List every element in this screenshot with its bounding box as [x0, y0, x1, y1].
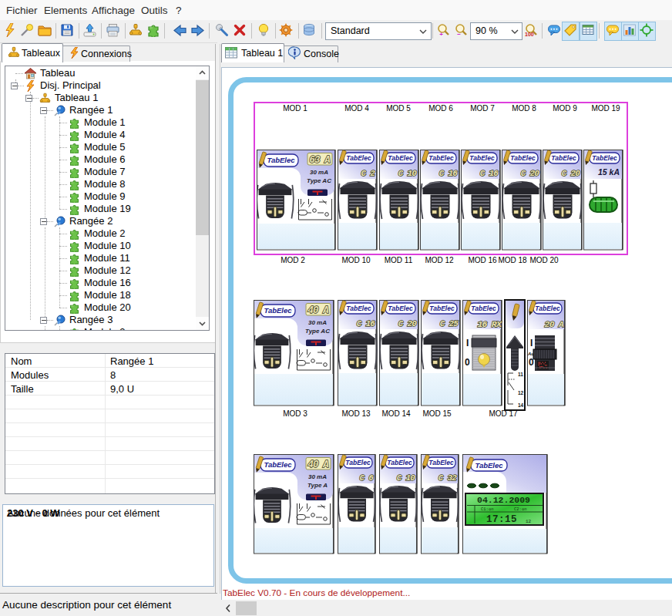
svg-text:TabElec: TabElec [535, 305, 560, 312]
svg-text:04.12.2009: 04.12.2009 [477, 495, 530, 505]
svg-text:TabElec: TabElec [346, 305, 371, 312]
svg-text:I: I [466, 338, 469, 348]
svg-text:11: 11 [518, 372, 523, 377]
svg-text:C 6: C 6 [360, 473, 375, 483]
svg-text:40 A: 40 A [307, 305, 328, 316]
svg-text:TabElec: TabElec [551, 154, 576, 162]
svg-text:16 RX: 16 RX [477, 319, 502, 329]
svg-text:C1:on: C1:on [481, 507, 494, 512]
svg-text:TabElec: TabElec [475, 461, 503, 470]
svg-text:TabElec: TabElec [471, 305, 496, 312]
svg-text:TabElec: TabElec [510, 154, 536, 162]
svg-text:C 10: C 10 [398, 169, 417, 178]
svg-text:17:15: 17:15 [486, 514, 517, 525]
svg-text:14: 14 [518, 402, 524, 408]
svg-text:Type AC: Type AC [307, 177, 331, 184]
svg-text:40 A: 40 A [307, 459, 328, 470]
svg-text:12: 12 [526, 519, 532, 524]
svg-text:C 20: C 20 [398, 319, 417, 328]
svg-text:30 mA: 30 mA [310, 169, 328, 176]
svg-text:0: 0 [465, 357, 470, 368]
svg-text:TabElec: TabElec [346, 154, 371, 162]
svg-text:C2:on: C2:on [514, 507, 527, 512]
svg-text:TabElec: TabElec [264, 306, 292, 315]
svg-text:30 mA: 30 mA [308, 319, 327, 326]
svg-text:12: 12 [518, 390, 524, 396]
svg-text:Type A: Type A [307, 482, 328, 489]
svg-text:C 10: C 10 [397, 473, 415, 483]
svg-text:Type AC: Type AC [305, 328, 330, 335]
svg-text:C 20: C 20 [562, 169, 580, 178]
svg-text:TabElec: TabElec [387, 459, 412, 466]
svg-text:I: I [530, 338, 533, 348]
svg-text:TabElec: TabElec [592, 154, 617, 162]
svg-text:C 16: C 16 [480, 169, 499, 178]
svg-text:TabElec: TabElec [429, 305, 455, 312]
svg-text:+: + [439, 31, 443, 38]
svg-text:63 A: 63 A [309, 155, 330, 166]
svg-text:TabElec: TabElec [388, 154, 413, 162]
svg-text:C 20: C 20 [521, 169, 539, 178]
svg-text:15 kA: 15 kA [598, 167, 620, 177]
svg-text:100: 100 [525, 32, 534, 37]
svg-text:TabElec: TabElec [428, 154, 454, 162]
svg-text:C 25: C 25 [440, 319, 459, 328]
svg-text:TabElec: TabElec [469, 154, 495, 162]
svg-text:C 16: C 16 [357, 319, 375, 328]
svg-text:TabElec: TabElec [345, 459, 371, 466]
svg-text:TabElec: TabElec [267, 156, 295, 164]
svg-text:C 2: C 2 [361, 169, 376, 178]
svg-text:TabElec: TabElec [388, 305, 413, 312]
svg-text:−: − [457, 31, 461, 38]
svg-text:C 32: C 32 [438, 473, 457, 483]
svg-text:30 mA: 30 mA [308, 473, 327, 480]
svg-text:C 16: C 16 [439, 169, 458, 178]
svg-text:TabElec: TabElec [264, 460, 292, 469]
svg-text:TabElec: TabElec [428, 459, 454, 466]
svg-text:20 A: 20 A [545, 319, 564, 329]
